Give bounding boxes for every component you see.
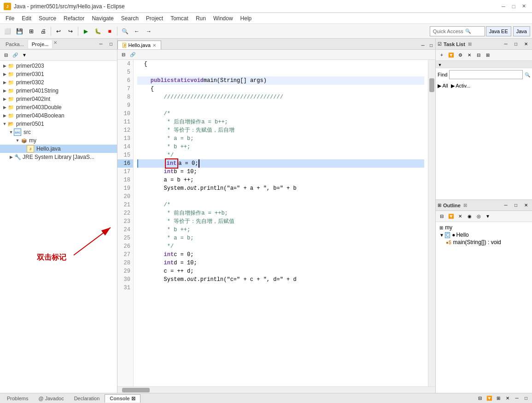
run-button[interactable]: ▶ [80, 26, 91, 37]
menu-run[interactable]: Run [192, 14, 210, 23]
bottom-toolbar-btn4[interactable]: ✕ [503, 394, 512, 403]
menu-help[interactable]: Help [237, 14, 256, 23]
task-list-icon: ☑ [438, 41, 442, 47]
code-line-25: * a = b; [137, 234, 424, 242]
projects-tab[interactable]: Proje... [28, 40, 53, 48]
tree-item-jre[interactable]: ▶ 🔧 JRE System Library [JavaS... [0, 153, 117, 161]
tree-item-hello-java[interactable]: J Hello.java [0, 145, 117, 153]
outline-maximize[interactable]: □ [512, 201, 520, 210]
minimize-button[interactable]: ─ [499, 2, 508, 11]
java-ee-perspective[interactable]: Java EE [486, 26, 511, 36]
maximize-button[interactable]: □ [509, 2, 518, 11]
tree-item-primer0402Int[interactable]: ▶ 📁 primer0402Int [0, 95, 117, 103]
editor-toolbar-btn2[interactable]: 🔗 [129, 51, 137, 59]
menu-source[interactable]: Source [35, 14, 60, 23]
close-button[interactable]: ✕ [519, 2, 528, 11]
menu-file[interactable]: File [2, 14, 18, 23]
panel-close[interactable]: ✕ [53, 40, 57, 48]
tab-close-icon[interactable]: ✕ [152, 43, 156, 48]
menu-tomcat[interactable]: Tomcat [167, 14, 192, 23]
find-input[interactable] [449, 70, 523, 79]
menu-window[interactable]: Window [210, 14, 237, 23]
bottom-toolbar-btn1[interactable]: ⊟ [476, 394, 484, 403]
outline-item-main[interactable]: ● $ main(String[]) : void [438, 239, 530, 246]
bottom-toolbar-btn3[interactable]: ⊞ [494, 394, 503, 403]
task-list-close[interactable]: ✕ [522, 40, 530, 48]
tree-item-primer0501[interactable]: ▼ 📂 primer0501 [0, 120, 117, 128]
bottom-toolbar-btn2[interactable]: 🔽 [485, 394, 493, 403]
line-13: 13 [117, 134, 133, 143]
collapse-all-button[interactable]: ⊟ [2, 51, 10, 59]
outline-hide-btn[interactable]: ◉ [465, 212, 474, 221]
task-list-maximize[interactable]: □ [512, 40, 520, 48]
menu-search[interactable]: Search [117, 14, 142, 23]
editor-scrollbar[interactable] [428, 60, 435, 386]
outline-minimize[interactable]: ─ [502, 201, 510, 210]
bottom-maximize[interactable]: □ [522, 394, 530, 403]
task-expand-btn[interactable]: ⊞ [484, 51, 492, 59]
panel-maximize[interactable]: □ [107, 40, 115, 48]
save-all-button[interactable]: ⊞ [26, 26, 37, 37]
link-editor-button[interactable]: 🔗 [11, 51, 19, 59]
quick-access-box[interactable]: Quick Access 🔍 [430, 26, 485, 36]
view-menu-button[interactable]: ▼ [20, 51, 29, 59]
panel-minimize[interactable]: ─ [97, 40, 105, 48]
save-button[interactable]: 💾 [14, 26, 25, 37]
code-line-21: /* [137, 201, 424, 209]
editor-hscrollbar[interactable] [117, 386, 435, 393]
tab-problems[interactable]: Problems [2, 394, 33, 402]
task-collapse-btn[interactable]: ⊟ [474, 51, 483, 59]
outline-item-my[interactable]: ⊞ my [438, 224, 530, 231]
search-button[interactable]: 🔍 [119, 26, 130, 37]
package-icon: 📦 [20, 137, 28, 144]
tab-declaration[interactable]: Declaration [69, 394, 105, 402]
outline-btn2[interactable]: ◎ [474, 212, 483, 221]
new-button[interactable]: ⬜ [2, 26, 13, 37]
undo-button[interactable]: ↩ [53, 26, 64, 37]
outline-filter-btn[interactable]: 🔽 [447, 212, 455, 221]
debug-button[interactable]: 🐛 [92, 26, 103, 37]
filter-activ[interactable]: ▶ Activ... [451, 83, 471, 89]
editor-toolbar-btn[interactable]: ⊟ [119, 51, 128, 59]
folder-icon: 📁 [7, 104, 15, 111]
tree-item-primer0404Boolean[interactable]: ▶ 📁 primer0404Boolean [0, 111, 117, 120]
tree-item-primer0203[interactable]: ▶ 📁 primer0203 [0, 62, 117, 70]
tab-javadoc[interactable]: @ Javadoc [33, 394, 69, 402]
tab-console[interactable]: Console ⊠ [105, 394, 140, 403]
task-new-btn[interactable]: + [438, 51, 446, 59]
print-button[interactable]: 🖨 [38, 26, 49, 37]
editor-maximize[interactable]: □ [427, 41, 435, 49]
outline-sort-btn[interactable]: ⊟ [438, 212, 446, 221]
tree-item-src[interactable]: ▼ src src [0, 128, 117, 136]
stop-button[interactable]: ■ [104, 26, 115, 37]
task-filter-btn[interactable]: 🔽 [447, 51, 455, 59]
menu-refactor[interactable]: Refactor [60, 14, 88, 23]
outline-close[interactable]: ✕ [522, 201, 530, 210]
tree-item-primer0401String[interactable]: ▶ 📁 primer0401String [0, 87, 117, 95]
tree-item-my[interactable]: ▼ 📦 my [0, 136, 117, 145]
outline-item-hello[interactable]: ▼ C ● Hello [438, 231, 530, 239]
outline-btn3[interactable]: ▼ [484, 212, 492, 221]
bottom-minimize[interactable]: ─ [513, 394, 521, 403]
filter-all[interactable]: ▶ All [438, 83, 448, 89]
folder-icon: 📁 [7, 95, 15, 103]
task-settings-btn[interactable]: ⚙ [456, 51, 464, 59]
packages-tab[interactable]: Packa... [2, 40, 28, 48]
forward-button[interactable]: → [143, 26, 154, 37]
tree-item-primer0403Double[interactable]: ▶ 📁 primer0403Double [0, 103, 117, 111]
redo-button[interactable]: ↪ [65, 26, 76, 37]
menu-navigate[interactable]: Navigate [88, 14, 117, 23]
code-area[interactable]: { public static void main(String[] args)… [134, 60, 428, 386]
editor-minimize[interactable]: ─ [419, 41, 427, 49]
back-button[interactable]: ← [131, 26, 142, 37]
java-perspective[interactable]: Java [513, 26, 530, 36]
menu-edit[interactable]: Edit [18, 14, 35, 23]
outline-settings-btn[interactable]: ✕ [456, 212, 464, 221]
hello-java-tab[interactable]: J Hello.java ✕ [117, 41, 161, 49]
tree-item-primer0301[interactable]: ▶ 📁 primer0301 [0, 70, 117, 78]
tree-item-primer0302[interactable]: ▶ 📁 primer0302 [0, 78, 117, 87]
toolbar: ⬜ 💾 ⊞ 🖨 ↩ ↪ ▶ 🐛 ■ 🔍 ← → Quick Access 🔍 J… [0, 24, 532, 39]
menu-project[interactable]: Project [142, 14, 167, 23]
task-close-btn[interactable]: ✕ [465, 51, 474, 59]
task-list-minimize[interactable]: ─ [502, 40, 510, 48]
